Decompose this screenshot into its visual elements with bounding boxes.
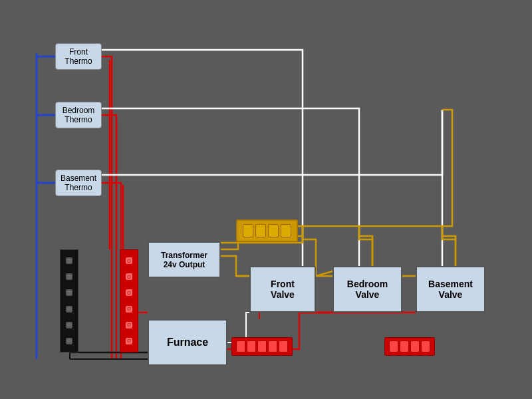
- furnace-box: Furnace: [148, 319, 227, 366]
- transformer-box: Transformer 24v Output: [148, 241, 221, 278]
- basement-thermo-label: Basement Thermo: [55, 170, 102, 196]
- diagram-container: Front Thermo Bedroom Thermo Basement The…: [0, 0, 532, 399]
- bedroom-thermo-label: Bedroom Thermo: [55, 102, 102, 128]
- front-thermo-label: Front Thermo: [55, 43, 102, 70]
- black-terminal-block: O O O O O O: [60, 249, 78, 352]
- basement-terminal-row: [384, 337, 435, 356]
- furnace-terminal-row: [231, 337, 293, 356]
- bedroom-valve-box: Bedroom Valve: [332, 266, 402, 313]
- gold-terminal-block-top: [236, 219, 298, 242]
- red-terminal-block: O O O O O O: [120, 249, 138, 352]
- front-valve-box: Front Valve: [249, 266, 316, 313]
- basement-valve-box: Basement Valve: [416, 266, 485, 313]
